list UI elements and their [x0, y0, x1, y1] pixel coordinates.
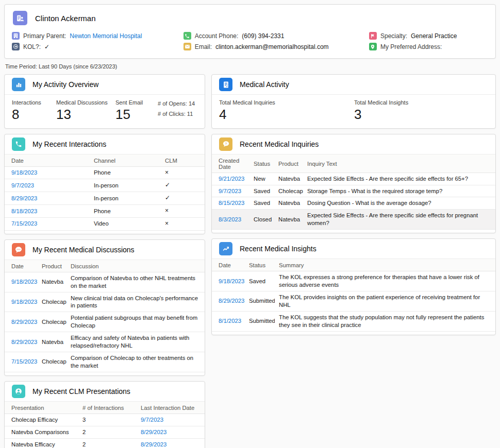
- card-title: Recent Medical Insights: [240, 245, 316, 253]
- table-cell: 9/7/2023: [212, 185, 249, 197]
- table-cell: Natevba Comparisons: [5, 426, 78, 438]
- field-email: Email: clinton.ackerman@memorialhospital…: [184, 42, 369, 51]
- card-activity-overview: My Activity Overview Interactions 8 Medi…: [4, 74, 205, 129]
- clm-presentations-table: Presentation# of InteractionsLast Intera…: [5, 402, 205, 448]
- field-label: Account Phone:: [195, 32, 239, 40]
- date-link[interactable]: 9/18/2023: [11, 279, 37, 285]
- email-open-click-stats: # of Opens: 14 # of Clicks: 11: [158, 99, 195, 122]
- date-link[interactable]: 8/3/2023: [219, 216, 241, 222]
- table-cell: Closed: [249, 210, 274, 230]
- table-row: 9/18/2023SavedThe KOL expresses a strong…: [212, 271, 495, 291]
- table-cell: The KOL provides insights on the patient…: [275, 291, 495, 311]
- card-title: My Recent CLM Presentations: [32, 387, 130, 395]
- date-link[interactable]: 9/18/2023: [11, 299, 37, 305]
- date-link[interactable]: 8/29/2023: [219, 298, 244, 304]
- table-cell: 9/18/2023: [5, 292, 38, 312]
- field-kol: KOL?: ✓: [12, 42, 184, 51]
- card-header: Medical Activity: [212, 75, 495, 95]
- contact-fields-col-3: Specialty: General Practice My Preferred…: [369, 29, 488, 53]
- date-link[interactable]: 9/7/2023: [219, 188, 241, 194]
- table-cell: 8/29/2023: [5, 192, 90, 205]
- date-link[interactable]: 8/29/2023: [11, 339, 37, 345]
- table-cell: Potential patient subgroups that may ben…: [66, 312, 205, 332]
- date-link[interactable]: 9/18/2023: [219, 278, 244, 284]
- time-period-label: Time Period:: [5, 63, 37, 70]
- table-cell: Cholecap: [274, 185, 303, 197]
- contact-fields-col-1: Primary Parent: Newton Memorial Hospital…: [12, 29, 184, 53]
- table-row: 8/29/2023SubmittedThe KOL provides insig…: [212, 291, 495, 311]
- table-row: 8/29/2023NatevbaEfficacy and safety of N…: [5, 332, 205, 352]
- card-title: Recent Medical Inquiries: [240, 140, 319, 148]
- date-link[interactable]: 8/1/2023: [219, 318, 241, 324]
- stat-sent-email: Sent Email 15: [115, 99, 158, 122]
- date-link[interactable]: 8/29/2023: [141, 441, 166, 447]
- table-cell: Natevba: [274, 210, 303, 230]
- column-header: Date: [212, 259, 245, 271]
- date-link[interactable]: 8/29/2023: [11, 195, 37, 201]
- date-link[interactable]: 8/29/2023: [11, 319, 37, 325]
- table-cell: In-person: [90, 179, 161, 192]
- table-cell: Natevba Efficacy: [5, 438, 78, 448]
- primary-parent-link[interactable]: Newton Memorial Hospital: [70, 32, 142, 40]
- phone-call-icon: [12, 137, 25, 151]
- date-link[interactable]: 7/15/2023: [11, 358, 37, 365]
- date-link[interactable]: 9/18/2023: [11, 169, 37, 176]
- date-link[interactable]: 9/7/2023: [11, 182, 34, 188]
- table-cell: 8/1/2023: [212, 311, 245, 331]
- field-label: KOL?:: [23, 43, 41, 50]
- date-link[interactable]: 9/21/2023: [219, 176, 244, 182]
- activity-overview-stats: Interactions 8 Medical Discussions 13 Se…: [5, 95, 205, 128]
- phone-icon: [184, 32, 191, 40]
- table-cell: Phone: [90, 166, 161, 179]
- table-cell: 8/29/2023: [137, 426, 205, 438]
- email-icon: [184, 43, 191, 50]
- table-cell: Natevba: [38, 332, 66, 352]
- kol-value: ✓: [44, 43, 49, 50]
- specialty-value: General Practice: [411, 32, 457, 40]
- table-header-row: Created DateStatusProductInquiry Text: [212, 154, 495, 173]
- stat-label: Total Medical Insights: [354, 99, 408, 106]
- presentation-user-icon: [12, 385, 25, 398]
- table-cell: The KOL expresses a strong preference fo…: [275, 271, 495, 291]
- table-cell: 9/18/2023: [212, 271, 245, 291]
- table-cell: Natevba: [274, 197, 303, 210]
- stat-value: 8: [12, 107, 56, 122]
- date-link[interactable]: 8/18/2023: [11, 208, 37, 214]
- trend-line-icon: [219, 242, 232, 255]
- date-link[interactable]: 9/7/2023: [141, 417, 163, 423]
- stat-label: Medical Discussions: [56, 99, 115, 106]
- date-link[interactable]: 8/29/2023: [141, 429, 166, 435]
- svg-text:?: ?: [225, 142, 227, 145]
- table-cell: Saved: [249, 197, 274, 210]
- card-recent-interactions: My Recent Interactions DateChannelCLM9/1…: [4, 134, 205, 234]
- date-link[interactable]: 7/15/2023: [11, 220, 37, 227]
- field-preferred-address: My Preferred Address:: [369, 42, 488, 51]
- table-cell: ×: [161, 217, 205, 230]
- table-row: 9/21/2023NewNatevbaExpected Side Effects…: [212, 173, 495, 185]
- column-header: Discussion: [66, 260, 205, 272]
- contact-header-card: Clinton Ackerman Primary Parent: Newton …: [4, 4, 496, 59]
- table-cell: 2: [78, 426, 137, 438]
- table-row: 9/18/2023NatevbaComparison of Natevba to…: [5, 272, 205, 292]
- stat-total-inquiries: Total Medical Inquiries 4: [219, 99, 354, 122]
- clicks-stat: # of Clicks: 11: [158, 111, 195, 117]
- field-label: Specialty:: [380, 32, 407, 40]
- date-link[interactable]: 8/15/2023: [219, 200, 244, 206]
- card-title: My Activity Overview: [32, 80, 98, 89]
- card-title: My Recent Interactions: [32, 140, 106, 148]
- table-cell: 8/29/2023: [5, 312, 38, 332]
- table-cell: ×: [161, 205, 205, 218]
- card-title: Medical Activity: [240, 80, 289, 89]
- email-value: clinton.ackerman@memorialhospital.com: [215, 43, 329, 50]
- table-cell: 9/21/2023: [212, 173, 249, 185]
- table-cell: Submitted: [245, 291, 275, 311]
- table-cell: Expected Side Effects - Are there specif…: [303, 210, 495, 230]
- table-cell: Cholecap Efficacy: [5, 413, 78, 426]
- medical-activity-stats: Total Medical Inquiries 4 Total Medical …: [212, 95, 495, 128]
- stat-label: Total Medical Inquiries: [219, 99, 354, 106]
- table-row: Cholecap Efficacy39/7/2023: [5, 413, 205, 426]
- dashboard-columns: My Activity Overview Interactions 8 Medi…: [4, 74, 496, 448]
- table-row: 8/1/2023SubmittedThe KOL suggests that t…: [212, 311, 495, 331]
- table-cell: 2: [78, 438, 137, 448]
- medical-inquiries-table: Created DateStatusProductInquiry Text9/2…: [212, 154, 495, 230]
